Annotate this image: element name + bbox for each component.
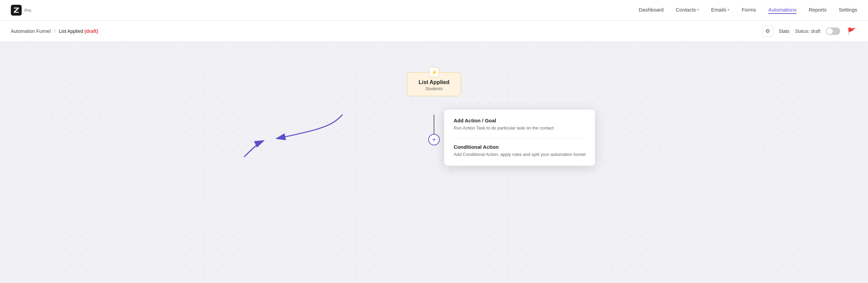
lightning-icon: ⚡: [431, 69, 437, 75]
breadcrumb-parent[interactable]: Automation Funnel: [11, 28, 51, 34]
status-toggle[interactable]: [826, 27, 840, 35]
settings-gear-button[interactable]: ⚙: [762, 25, 773, 37]
breadcrumb-separator: /: [54, 28, 56, 34]
nav-item-forms[interactable]: Forms: [742, 7, 756, 14]
popup-action-goal-desc: Run Action Task to do particular task on…: [454, 125, 586, 132]
connector-line: [434, 115, 434, 136]
logo-text: Pro: [24, 8, 31, 13]
popup-conditional-title: Conditional Action: [454, 144, 586, 150]
popup-divider: [454, 138, 586, 139]
nav-logo: Pro: [11, 5, 31, 16]
action-popup-menu: Add Action / Goal Run Action Task to do …: [444, 109, 595, 166]
stats-link[interactable]: Stats: [779, 28, 790, 34]
flag-icon: 🚩: [847, 27, 856, 35]
nav-item-automations[interactable]: Automations: [768, 7, 796, 14]
plus-icon: +: [432, 136, 436, 144]
nav-item-dashboard[interactable]: Dashboard: [639, 7, 664, 14]
nav-item-contacts[interactable]: Contacts ▾: [676, 7, 699, 14]
breadcrumb-right: ⚙ Stats Status: draft 🚩: [762, 25, 857, 37]
breadcrumb: Automation Funnel / List Applied (draft): [11, 28, 98, 34]
nav-item-emails[interactable]: Emails ▾: [711, 7, 729, 14]
trigger-node[interactable]: ⚡ List Applied Students: [407, 72, 461, 96]
trigger-subtitle: Students: [417, 86, 451, 91]
automation-canvas: ⚡ List Applied Students + Add Action / G…: [0, 42, 868, 283]
gear-icon: ⚙: [765, 28, 770, 34]
trigger-icon: ⚡: [429, 67, 439, 77]
emails-chevron-icon: ▾: [728, 8, 729, 12]
popup-add-action-goal[interactable]: Add Action / Goal Run Action Task to do …: [454, 118, 586, 132]
add-action-button[interactable]: +: [428, 134, 440, 145]
breadcrumb-bar: Automation Funnel / List Applied (draft)…: [0, 21, 868, 42]
trigger-title: List Applied: [417, 79, 451, 85]
nav-item-reports[interactable]: Reports: [809, 7, 827, 14]
nav-item-settings[interactable]: Settings: [839, 7, 857, 14]
breadcrumb-current: List Applied (draft): [59, 28, 98, 34]
nav-links: Dashboard Contacts ▾ Emails ▾ Forms Auto…: [639, 7, 857, 14]
breadcrumb-draft-label: (draft): [84, 28, 98, 34]
logo-icon[interactable]: [11, 5, 22, 16]
navbar: Pro Dashboard Contacts ▾ Emails ▾ Forms …: [0, 0, 868, 21]
popup-action-goal-title: Add Action / Goal: [454, 118, 586, 123]
popup-conditional-desc: Add Conditional Action, apply rules and …: [454, 151, 586, 158]
flag-button[interactable]: 🚩: [846, 25, 857, 37]
popup-conditional-action[interactable]: Conditional Action Add Conditional Actio…: [454, 144, 586, 158]
status-text: Status: draft: [795, 28, 821, 34]
contacts-chevron-icon: ▾: [697, 8, 699, 12]
